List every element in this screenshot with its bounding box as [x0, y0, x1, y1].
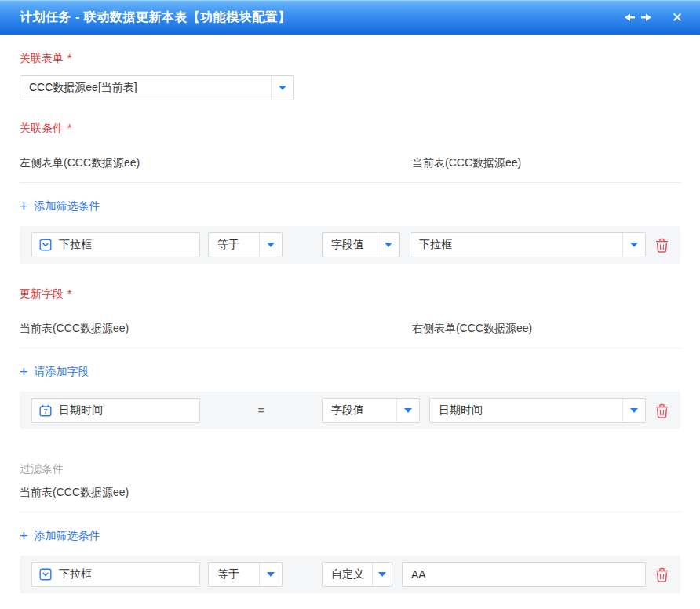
delete-row-button[interactable] — [655, 567, 669, 582]
update-field-row: 7 日期时间 = 字段值 日期时间 — [20, 392, 680, 429]
delete-row-button[interactable] — [655, 238, 669, 253]
chevron-down-icon — [259, 563, 282, 586]
dropdown-field-icon — [39, 239, 52, 251]
chevron-down-icon — [396, 399, 419, 422]
value-type-select[interactable]: 自定义 — [322, 562, 392, 587]
dialog-titlebar: 计划任务 - 联动数据更新本表【功能模块配置】 ✕ — [0, 0, 700, 35]
value-select[interactable]: 下拉框 — [410, 232, 646, 257]
related-condition-label: 关联条件* — [20, 122, 680, 136]
filter-condition-header: 当前表(CCC数据源ee) — [20, 486, 680, 512]
related-form-select[interactable]: CCC数据源ee[当前表] — [20, 75, 294, 100]
update-field-headers: 当前表(CCC数据源ee) 右侧表单(CCC数据源ee) — [20, 322, 680, 348]
current-table-header: 当前表(CCC数据源ee) — [20, 486, 412, 500]
operator-select[interactable]: 等于 — [208, 562, 283, 587]
field-select[interactable]: 下拉框 — [31, 562, 200, 587]
chevron-down-icon — [377, 233, 399, 257]
chevron-down-icon — [259, 233, 282, 257]
condition-row: 下拉框 等于 字段值 下拉框 — [20, 226, 680, 264]
filter-condition-label: 过滤条件 — [20, 462, 680, 476]
value-select[interactable]: 日期时间 — [429, 398, 646, 423]
related-form-label: 关联表单* — [20, 52, 680, 66]
operator-select[interactable]: 等于 — [208, 232, 283, 257]
chevron-down-icon — [372, 563, 392, 586]
plus-icon: + — [20, 366, 28, 377]
required-asterisk: * — [67, 287, 71, 300]
filter-condition-row: 下拉框 等于 自定义 — [20, 556, 680, 593]
chevron-down-icon — [271, 76, 293, 100]
add-field-link[interactable]: + 请添加字段 — [20, 365, 89, 379]
value-type-select[interactable]: 字段值 — [322, 398, 420, 423]
required-asterisk: * — [67, 52, 71, 64]
value-type-select[interactable]: 字段值 — [322, 232, 400, 257]
custom-value-input[interactable] — [402, 562, 646, 587]
delete-row-button[interactable] — [655, 403, 669, 418]
close-icon[interactable]: ✕ — [672, 11, 683, 24]
left-table-header: 左侧表单(CCC数据源ee) — [20, 156, 412, 170]
right-table-header: 当前表(CCC数据源ee) — [412, 156, 521, 170]
equals-sign: = — [200, 404, 322, 417]
required-asterisk: * — [67, 122, 71, 134]
related-form-select-value: CCC数据源ee[当前表] — [20, 81, 271, 95]
dialog-title: 计划任务 - 联动数据更新本表【功能模块配置】 — [20, 9, 625, 26]
resize-arrows-icon[interactable] — [625, 12, 651, 23]
svg-text:7: 7 — [44, 407, 48, 415]
chevron-down-icon — [622, 399, 645, 422]
calendar-icon: 7 — [39, 404, 52, 417]
chevron-down-icon — [622, 233, 645, 257]
dropdown-field-icon — [39, 568, 52, 581]
field-select[interactable]: 7 日期时间 — [31, 398, 200, 423]
plus-icon: + — [20, 531, 28, 542]
left-table-header: 当前表(CCC数据源ee) — [20, 322, 412, 336]
update-field-label: 更新字段* — [20, 287, 680, 301]
add-filter-condition-link[interactable]: + 添加筛选条件 — [20, 529, 100, 543]
right-table-header: 右侧表单(CCC数据源ee) — [412, 322, 532, 336]
add-filter-condition-link[interactable]: + 添加筛选条件 — [20, 199, 100, 213]
field-select[interactable]: 下拉框 — [31, 232, 200, 257]
plus-icon: + — [20, 201, 28, 212]
related-condition-headers: 左侧表单(CCC数据源ee) 当前表(CCC数据源ee) — [20, 156, 680, 183]
